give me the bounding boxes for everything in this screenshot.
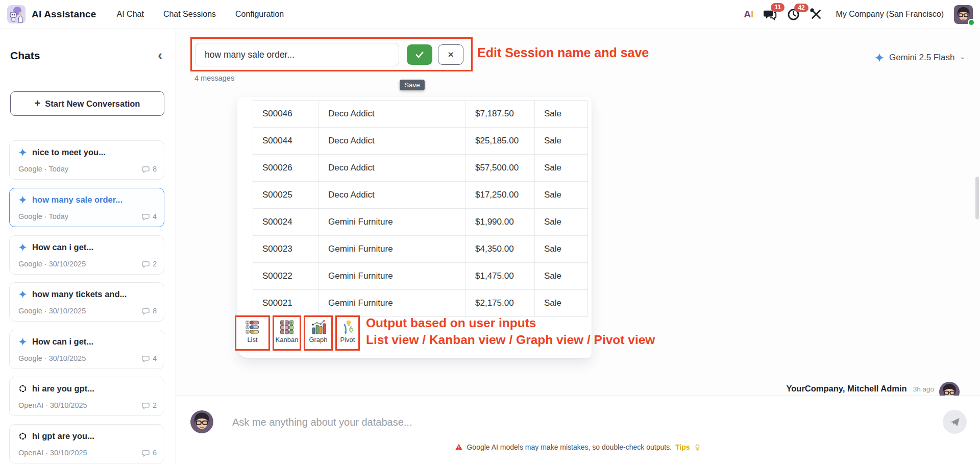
list-view-button[interactable]: 1 2 3 List [235, 315, 270, 351]
svg-text:1: 1 [247, 321, 249, 324]
messages-menu[interactable]: 11 [764, 8, 777, 21]
message-timestamp: 3h ago [913, 385, 934, 393]
message-input[interactable] [232, 411, 896, 433]
sale-orders-table: S00046 Deco Addict $7,187.50 Sale S00044… [253, 100, 588, 317]
chats-sidebar: Chats ‹ + Start New Conversation nice to… [0, 29, 176, 466]
scrollbar-thumb[interactable] [975, 177, 979, 219]
message-count-icon [142, 402, 150, 409]
sparkle-icon [18, 337, 27, 346]
composer-bar: Google AI models may make mistakes, so d… [176, 396, 980, 466]
message-count-icon [142, 165, 150, 173]
openai-icon [18, 432, 27, 440]
lightbulb-icon [694, 444, 701, 451]
table-row[interactable]: S00022 Gemini Furniture $1,475.00 Sale [253, 263, 588, 290]
svg-text:3: 3 [247, 330, 249, 333]
graph-view-icon [311, 320, 326, 335]
plus-icon: + [35, 97, 41, 109]
annotation-views-text: Output based on user inputs List view / … [366, 314, 655, 348]
table-row[interactable]: S00044 Deco Addict $25,185.00 Sale [253, 128, 588, 155]
menu-configuration[interactable]: Configuration [235, 10, 284, 19]
message-count-icon [142, 213, 150, 220]
table-row[interactable]: S00021 Gemini Furniture $2,175.00 Sale [253, 290, 588, 317]
activities-menu[interactable]: 42 [787, 8, 800, 21]
annotation-edit-session-text: Edit Session name and save [477, 45, 649, 60]
warning-icon [455, 443, 463, 451]
message-count-icon [142, 307, 150, 315]
pivot-view-button[interactable]: Pivot [335, 315, 360, 351]
chat-list-item[interactable]: How can i get... Google · 30/10/2025 4 [9, 330, 164, 369]
chat-list-item[interactable]: how many tickets and... Google · 30/10/2… [9, 282, 164, 322]
messages-count-label: 4 messages [194, 74, 234, 82]
menu-ai-chat[interactable]: AI Chat [117, 10, 144, 19]
sparkle-icon [18, 195, 27, 204]
start-new-conversation-button[interactable]: + Start New Conversation [10, 91, 164, 116]
list-view-icon: 1 2 3 [245, 320, 260, 335]
user-avatar[interactable] [954, 5, 973, 24]
chevron-down-icon: ⌄ [959, 52, 966, 61]
kanban-view-button[interactable]: Kanban [273, 315, 301, 351]
svg-text:2: 2 [247, 326, 249, 329]
session-name-input[interactable] [195, 43, 399, 66]
sidebar-title: Chats [10, 50, 40, 62]
model-selector[interactable]: Gemini 2.5 Flash ⌄ [874, 53, 966, 63]
sparkle-icon [18, 290, 27, 299]
ai-reply-card: S00046 Deco Addict $7,187.50 Sale S00044… [237, 97, 592, 358]
company-switcher[interactable]: My Company (San Francisco) [836, 10, 944, 19]
tools-icon[interactable] [810, 8, 822, 20]
check-icon [414, 50, 425, 60]
chat-list-item[interactable]: How can i get... Google · 30/10/2025 2 [9, 235, 164, 275]
chat-list-item-active[interactable]: how many sale order... Google · Today 4 [9, 188, 164, 227]
chat-list-item[interactable]: nice to meet you... Google · Today 8 [9, 140, 164, 180]
collapse-sidebar-icon[interactable]: ‹ [158, 48, 162, 62]
chat-list-item[interactable]: hi gpt are you... OpenAI · 30/10/2025 6 [9, 424, 164, 463]
table-row[interactable]: S00026 Deco Addict $57,500.00 Sale [253, 155, 588, 182]
app-logo-icon[interactable] [7, 5, 26, 23]
app-title: AI Assistance [32, 9, 96, 20]
save-tooltip: Save [400, 80, 425, 90]
table-row[interactable]: S00024 Gemini Furniture $1,990.00 Sale [253, 209, 588, 236]
cancel-edit-button[interactable]: × [438, 44, 463, 65]
close-icon: × [448, 49, 453, 60]
ai-apps-icon[interactable]: AI [744, 9, 753, 20]
table-row[interactable]: S00025 Deco Addict $17,250.00 Sale [253, 182, 588, 209]
message-count-icon [142, 449, 150, 457]
message-count-icon [142, 260, 150, 268]
sparkle-icon [874, 53, 885, 63]
chat-main-area: Gemini 2.5 Flash ⌄ × Edit Session name a… [176, 29, 980, 466]
graph-view-button[interactable]: Graph [304, 315, 333, 351]
app-window: AI Assistance AI Chat Chat Sessions Conf… [0, 0, 980, 466]
chat-list-item[interactable]: hi are you gpt... OpenAI · 30/10/2025 2 [9, 377, 164, 416]
confirm-save-button[interactable] [407, 44, 432, 65]
ai-disclaimer: Google AI models may make mistakes, so d… [176, 443, 980, 451]
messages-badge: 11 [771, 3, 785, 12]
tips-link[interactable]: Tips [675, 443, 690, 451]
view-switcher: 1 2 3 List [235, 315, 360, 351]
sparkle-icon [18, 148, 27, 157]
menu-chat-sessions[interactable]: Chat Sessions [163, 10, 216, 19]
table-row[interactable]: S00023 Gemini Furniture $4,350.00 Sale [253, 236, 588, 263]
online-status-dot [968, 19, 975, 26]
pivot-view-icon [340, 320, 355, 335]
message-count-icon [142, 355, 150, 362]
message-author: YourCompany, Mitchell Admin [786, 384, 906, 394]
send-plane-icon [949, 416, 961, 428]
top-navbar: AI Assistance AI Chat Chat Sessions Conf… [0, 0, 980, 29]
kanban-view-icon [279, 320, 295, 335]
send-button[interactable] [943, 410, 967, 434]
openai-icon [18, 384, 27, 393]
activities-badge: 42 [794, 4, 808, 12]
table-row[interactable]: S00046 Deco Addict $7,187.50 Sale [253, 101, 588, 128]
main-menu: AI Chat Chat Sessions Configuration [117, 10, 284, 19]
composer-avatar [190, 410, 213, 433]
sparkle-icon [18, 243, 27, 252]
